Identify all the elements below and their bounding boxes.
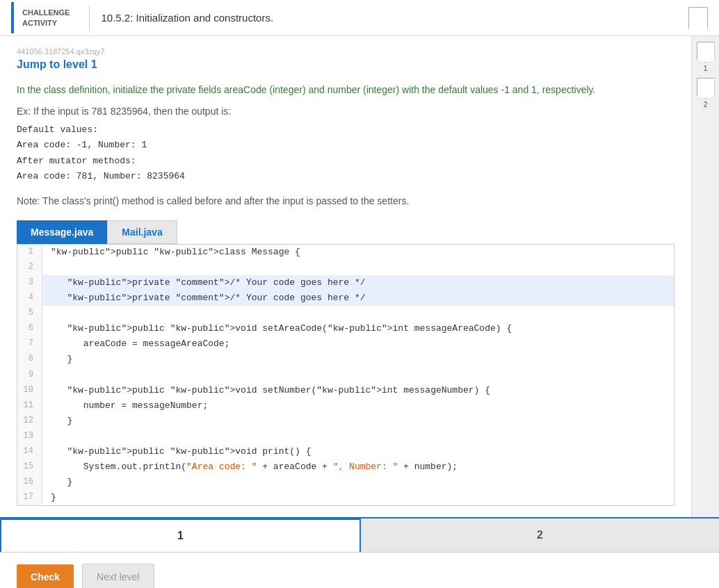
code-line-11: 11 number = messageNumber; <box>17 398 674 414</box>
example-line-4: Area code: 781, Number: 8235964 <box>17 169 674 184</box>
example-label: Ex: If the input is 781 8235964, then th… <box>17 106 674 117</box>
code-line-9: 9 <box>17 368 674 383</box>
challenge-label-text: CHALLENGE ACTIVITY <box>22 8 70 28</box>
bookmark-icon <box>688 7 708 29</box>
line-content-7[interactable]: areaCode = messageAreaCode; <box>42 336 674 352</box>
line-number-8: 8 <box>17 352 42 367</box>
line-number-5: 5 <box>17 306 42 321</box>
code-line-16: 16 } <box>17 475 674 490</box>
line-number-1: 1 <box>17 245 42 260</box>
main-layout: 441056.3187254.qx3zqy7 Jump to level 1 I… <box>0 36 719 517</box>
app-container: CHALLENGE ACTIVITY 10.5.2: Initializatio… <box>0 0 719 588</box>
header-divider <box>89 6 90 31</box>
description-text: In the class definition, initialize the … <box>17 82 674 97</box>
line-content-4[interactable]: "kw-public">private "comment">/* Your co… <box>42 291 674 306</box>
example-line-1: Default values: <box>17 122 674 138</box>
code-line-13: 13 <box>17 429 674 444</box>
code-editor: 1"kw-public">public "kw-public">class Me… <box>17 244 674 507</box>
header-title: 10.5.2: Initialization and constructors. <box>101 12 273 24</box>
example-line-3: After mutator methods: <box>17 154 674 169</box>
level-1-icon <box>697 42 715 63</box>
line-content-15[interactable]: System.out.println("Area code: " + areaC… <box>42 459 674 475</box>
line-number-15: 15 <box>17 459 42 475</box>
example-line-2: Area code: -1, Number: 1 <box>17 138 674 153</box>
tab-bar: Message.java Mail.java <box>17 220 674 244</box>
tab-mail-java[interactable]: Mail.java <box>107 220 177 244</box>
line-content-5[interactable] <box>42 306 674 321</box>
example-output: Default values: Area code: -1, Number: 1… <box>17 122 674 183</box>
line-content-14[interactable]: "kw-public">public "kw-public">void prin… <box>42 444 674 459</box>
level-selector-bar: 1 2 <box>0 517 719 553</box>
tab-message-java[interactable]: Message.java <box>17 220 107 244</box>
line-number-17: 17 <box>17 490 42 505</box>
line-content-2[interactable] <box>42 260 674 275</box>
line-content-9[interactable] <box>42 368 674 383</box>
right-sidebar: 1 2 <box>691 36 719 517</box>
code-line-8: 8 } <box>17 352 674 367</box>
check-button[interactable]: Check <box>17 564 74 588</box>
line-content-3[interactable]: "kw-public">private "comment">/* Your co… <box>42 275 674 291</box>
meta-id: 441056.3187254.qx3zqy7 <box>17 47 674 56</box>
line-content-8[interactable]: } <box>42 352 674 367</box>
line-content-13[interactable] <box>42 429 674 444</box>
line-number-10: 10 <box>17 383 42 398</box>
code-line-14: 14 "kw-public">public "kw-public">void p… <box>17 444 674 459</box>
code-line-3: 3 "kw-public">private "comment">/* Your … <box>17 275 674 291</box>
line-content-12[interactable]: } <box>42 414 674 429</box>
line-content-10[interactable]: "kw-public">public "kw-public">void setN… <box>42 383 674 398</box>
line-content-1[interactable]: "kw-public">public "kw-public">class Mes… <box>42 245 674 260</box>
line-number-14: 14 <box>17 444 42 459</box>
line-number-2: 2 <box>17 260 42 275</box>
level-2-num: 2 <box>703 100 707 108</box>
code-line-4: 4 "kw-public">private "comment">/* Your … <box>17 291 674 306</box>
line-number-3: 3 <box>17 275 42 291</box>
note-text: Note: The class's print() method is call… <box>17 195 674 206</box>
level-badge-2[interactable]: 2 <box>697 78 715 108</box>
level-2-icon <box>697 78 715 99</box>
challenge-label: CHALLENGE ACTIVITY <box>11 2 78 33</box>
code-line-6: 6 "kw-public">public "kw-public">void se… <box>17 321 674 336</box>
line-number-7: 7 <box>17 336 42 352</box>
content-area: 441056.3187254.qx3zqy7 Jump to level 1 I… <box>0 36 691 517</box>
line-number-12: 12 <box>17 414 42 429</box>
level-1-button[interactable]: 1 <box>0 518 361 552</box>
code-line-15: 15 System.out.println("Area code: " + ar… <box>17 459 674 475</box>
line-number-6: 6 <box>17 321 42 336</box>
jump-to-level-link[interactable]: Jump to level 1 <box>17 58 97 71</box>
line-content-16[interactable]: } <box>42 475 674 490</box>
line-content-11[interactable]: number = messageNumber; <box>42 398 674 414</box>
header-bookmark <box>688 7 708 29</box>
line-number-11: 11 <box>17 398 42 414</box>
line-content-17[interactable]: } <box>42 490 674 505</box>
next-level-button[interactable]: Next level <box>82 564 154 588</box>
code-line-12: 12 } <box>17 414 674 429</box>
header-left: CHALLENGE ACTIVITY 10.5.2: Initializatio… <box>11 2 273 33</box>
code-line-17: 17} <box>17 490 674 505</box>
header: CHALLENGE ACTIVITY 10.5.2: Initializatio… <box>0 0 719 36</box>
line-number-9: 9 <box>17 368 42 383</box>
footer-buttons: Check Next level <box>0 553 719 588</box>
line-number-4: 4 <box>17 291 42 306</box>
code-line-2: 2 <box>17 260 674 275</box>
line-number-13: 13 <box>17 429 42 444</box>
level-badge-1[interactable]: 1 <box>697 42 715 72</box>
code-line-1: 1"kw-public">public "kw-public">class Me… <box>17 245 674 260</box>
line-number-16: 16 <box>17 475 42 490</box>
code-line-5: 5 <box>17 306 674 321</box>
line-content-6[interactable]: "kw-public">public "kw-public">void setA… <box>42 321 674 336</box>
code-line-10: 10 "kw-public">public "kw-public">void s… <box>17 383 674 398</box>
level-1-num: 1 <box>703 64 707 72</box>
code-line-7: 7 areaCode = messageAreaCode; <box>17 336 674 352</box>
level-2-button[interactable]: 2 <box>361 518 719 552</box>
